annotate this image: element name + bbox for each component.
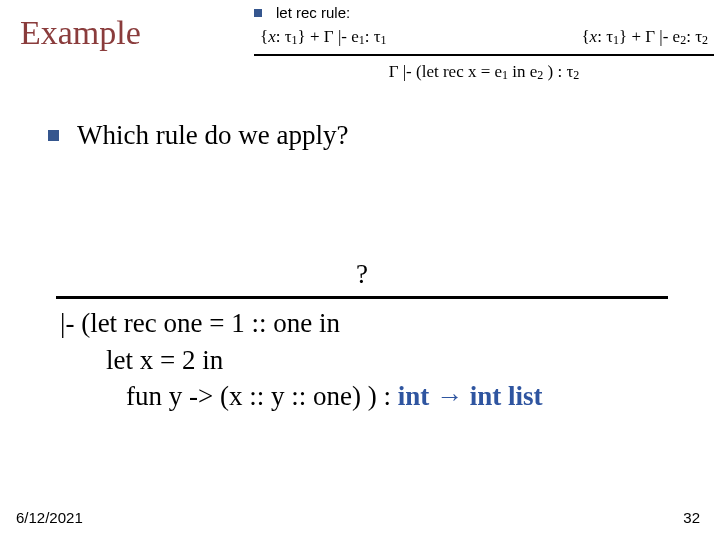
rule-conclusion: Γ |- (let rec x = e1 in e2 ) : τ2 (254, 60, 714, 83)
question-line: Which rule do we apply? (48, 120, 668, 151)
footer-date: 6/12/2021 (16, 509, 83, 526)
type-int-left: int (398, 381, 430, 411)
rule-premise-2: {x: τ1} + Γ |- e2: τ2 (581, 27, 708, 48)
rule-label-text: let rec rule: (276, 4, 350, 21)
rule-horizontal-line (254, 54, 714, 56)
proof-line-3-code: fun y -> (x :: y :: one) ) : (126, 381, 398, 411)
proof-question-mark: ? (56, 256, 668, 292)
proof-horizontal-line (56, 296, 668, 299)
question-text: Which rule do we apply? (77, 120, 348, 151)
square-bullet-icon (254, 9, 262, 17)
rule-premises: {x: τ1} + Γ |- e1: τ1 {x: τ1} + Γ |- e2:… (254, 25, 714, 54)
square-bullet-icon (48, 130, 59, 141)
proof-line-2: let x = 2 in (56, 342, 668, 378)
rule-label-row: let rec rule: (254, 4, 714, 21)
footer-page-number: 32 (683, 509, 700, 526)
slide: Example let rec rule: {x: τ1} + Γ |- e1:… (0, 0, 720, 540)
rule-premise-1: {x: τ1} + Γ |- e1: τ1 (260, 27, 387, 48)
proof-line-1: |- (let rec one = 1 :: one in (56, 305, 668, 341)
proof-area: ? |- (let rec one = 1 :: one in let x = … (56, 256, 668, 415)
inference-rule-box: let rec rule: {x: τ1} + Γ |- e1: τ1 {x: … (254, 4, 714, 83)
proof-line-3: fun y -> (x :: y :: one) ) : int → int l… (56, 378, 668, 414)
slide-title: Example (20, 14, 141, 52)
type-int-list: int list (470, 381, 543, 411)
type-arrow: → (429, 381, 470, 411)
